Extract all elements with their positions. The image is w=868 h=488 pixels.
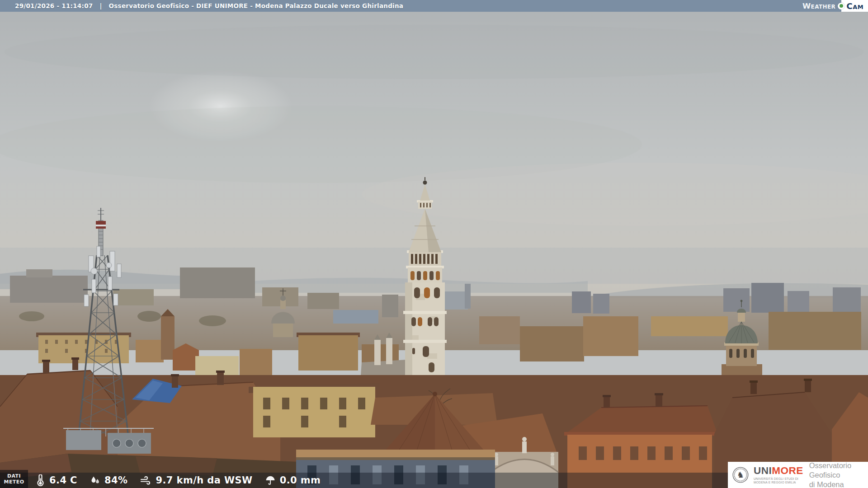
dati-meteo-line1: DATI: [7, 473, 21, 479]
weathercam-cam-box: Cam: [841, 0, 868, 12]
rain-reading: 0.0 mm: [265, 475, 321, 486]
university-line1: UNIVERSITÀ DEGLI STUDI DI: [754, 477, 803, 481]
university-seal-icon: ♞: [732, 465, 749, 485]
timestamp: 29/01/2026 - 11:14:07: [15, 2, 93, 9]
university-line2: MODENA E REGGIO EMILIA: [754, 481, 803, 485]
webcam-page: 29/01/2026 - 11:14:07 | Osservatorio Geo…: [0, 0, 868, 488]
separator: |: [99, 2, 102, 9]
wind-icon: [140, 475, 151, 486]
temperature-value: 6.4 C: [49, 475, 77, 486]
title-bar: 29/01/2026 - 11:14:07 | Osservatorio Geo…: [0, 0, 868, 12]
wind-value: 9.7 km/h da WSW: [156, 475, 252, 486]
unimore-branding[interactable]: ♞ UNIMORE UNIVERSITÀ DEGLI STUDI DI MODE…: [728, 462, 868, 488]
dati-meteo-label: DATI METEO: [0, 470, 28, 488]
unimore-prefix: UNI: [754, 465, 772, 476]
humidity-reading: 84%: [90, 475, 127, 486]
humidity-icon: [90, 475, 100, 486]
observatory-name: Osservatorio Geofisico di Modena: [809, 461, 868, 488]
page-title: Osservatorio Geofisico - DIEF UNIMORE - …: [109, 2, 404, 9]
svg-text:♞: ♞: [737, 470, 744, 479]
webcam-photo: [0, 0, 868, 488]
dati-meteo-line2: METEO: [4, 479, 24, 485]
humidity-value: 84%: [104, 475, 127, 486]
unimore-wordmark: UNIMORE UNIVERSITÀ DEGLI STUDI DI MODENA…: [754, 465, 803, 485]
webcam-status-icon: [838, 3, 844, 9]
observatory-line2: di Modena: [809, 480, 868, 488]
weathercam-cam-label: Cam: [846, 1, 863, 11]
observatory-line1: Osservatorio Geofisico: [809, 461, 868, 480]
weathercam-logo[interactable]: Weather Cam: [802, 0, 868, 12]
rain-value: 0.0 mm: [280, 475, 321, 486]
weathercam-weather-label: Weather: [802, 2, 835, 10]
temperature-reading: 6.4 C: [35, 474, 77, 486]
rain-icon: [265, 475, 276, 486]
thermometer-icon: [35, 474, 45, 486]
wind-reading: 9.7 km/h da WSW: [140, 475, 252, 486]
unimore-suffix: MORE: [772, 465, 803, 476]
